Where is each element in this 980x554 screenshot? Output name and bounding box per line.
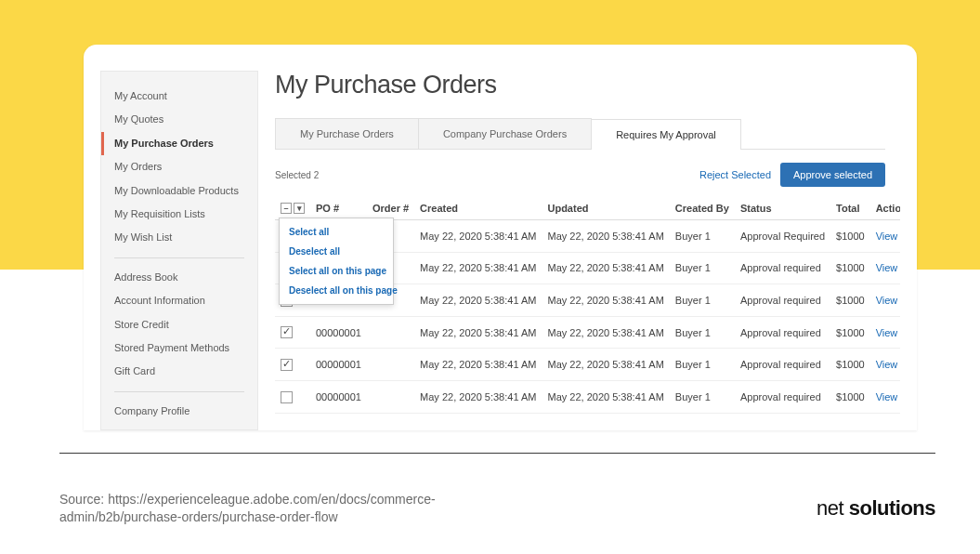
cell-created: May 22, 2020 5:38:41 AM [414,349,542,381]
row-checkbox[interactable] [281,391,293,403]
cell-updated: May 22, 2020 5:38:41 AM [542,284,669,317]
cell-total: $1000 [830,316,870,349]
cell-status: Approval required [735,252,830,284]
cell-status: Approval required [735,380,830,413]
cell-updated: May 22, 2020 5:38:41 AM [542,220,669,253]
source-text: Source: https://experienceleague.adobe.c… [59,491,487,526]
sidebar-item-my-wish-list[interactable]: My Wish List [101,226,257,249]
view-link[interactable]: View [876,327,898,338]
brand-part1: net [817,496,849,520]
sidebar-item-store-credit[interactable]: Store Credit [101,313,257,336]
chevron-down-icon: ▾ [294,203,305,214]
sidebar-item-company-profile[interactable]: Company Profile [101,400,257,423]
cell-po: 00000001 [310,380,367,413]
column-header: Created By [670,196,735,220]
sidebar-item-my-orders[interactable]: My Orders [101,155,257,178]
dropdown-item-select-all-on-this-page[interactable]: Select all on this page [280,261,393,281]
column-header: Updated [542,196,669,220]
select-dropdown: Select allDeselect allSelect all on this… [279,218,394,305]
view-link[interactable]: View [876,391,898,402]
orders-table: –▾Select allDeselect allSelect all on th… [275,196,900,414]
tab-my-purchase-orders[interactable]: My Purchase Orders [275,118,419,149]
cell-updated: May 22, 2020 5:38:41 AM [542,349,669,381]
cell-updated: May 22, 2020 5:38:41 AM [542,316,669,349]
cell-total: $1000 [830,252,870,284]
sidebar-item-my-purchase-orders[interactable]: My Purchase Orders [101,132,257,155]
selected-count: Selected 2 [275,170,319,180]
cell-status: Approval required [735,284,830,317]
sidebar-item-gift-card[interactable]: Gift Card [101,360,257,383]
row-checkbox[interactable] [281,359,293,371]
cell-po: 00000001 [310,316,367,349]
cell-total: $1000 [830,220,870,253]
sidebar-item-account-information[interactable]: Account Information [101,289,257,312]
cell-by: Buyer 1 [670,284,735,317]
dropdown-item-select-all[interactable]: Select all [280,222,393,242]
cell-by: Buyer 1 [670,252,735,284]
cell-by: Buyer 1 [670,349,735,381]
cell-total: $1000 [830,284,870,317]
view-link[interactable]: View [876,359,898,370]
cell-status: Approval Required [735,220,830,253]
page-title: My Purchase Orders [275,71,885,99]
cell-order [367,316,414,349]
table-row: 00000001May 22, 2020 5:38:41 AMMay 22, 2… [275,349,900,381]
cell-total: $1000 [830,380,870,413]
cell-status: Approval required [735,316,830,349]
tab-requires-my-approval[interactable]: Requires My Approval [591,119,741,150]
column-header: Order # [367,196,414,220]
cell-by: Buyer 1 [670,220,735,253]
cell-po: 00000001 [310,349,367,381]
cell-status: Approval required [735,349,830,381]
sidebar-divider [114,257,244,258]
column-header: Created [414,196,542,220]
cell-total: $1000 [830,349,870,381]
brand-part2: solutions [849,496,935,520]
main-content: My Purchase Orders My Purchase OrdersCom… [258,71,900,430]
toolbar: Selected 2 Reject Selected Approve selec… [275,150,885,196]
select-all-control[interactable]: –▾Select allDeselect allSelect all on th… [281,203,305,214]
sidebar-item-my-quotes[interactable]: My Quotes [101,108,257,131]
view-link[interactable]: View [876,295,898,306]
divider [59,453,935,454]
select-state-icon: – [281,203,292,214]
sidebar-item-stored-payment-methods[interactable]: Stored Payment Methods [101,336,257,360]
tab-company-purchase-orders[interactable]: Company Purchase Orders [418,118,592,149]
reject-selected-link[interactable]: Reject Selected [699,169,771,180]
column-header: –▾Select allDeselect allSelect all on th… [275,196,310,220]
cell-by: Buyer 1 [670,380,735,413]
view-link[interactable]: View [876,262,898,273]
dropdown-item-deselect-all-on-this-page[interactable]: Deselect all on this page [280,281,393,300]
sidebar: My AccountMy QuotesMy Purchase OrdersMy … [100,71,258,430]
cell-created: May 22, 2020 5:38:41 AM [414,252,542,284]
dropdown-item-deselect-all[interactable]: Deselect all [280,242,393,261]
column-header: Action [870,196,900,220]
cell-created: May 22, 2020 5:38:41 AM [414,284,542,317]
cell-created: May 22, 2020 5:38:41 AM [414,220,542,253]
sidebar-divider [114,391,244,392]
sidebar-item-address-book[interactable]: Address Book [101,266,257,289]
cell-created: May 22, 2020 5:38:41 AM [414,316,542,349]
column-header: Status [735,196,830,220]
view-link[interactable]: View [876,231,898,242]
brand-logo: net solutions [817,496,935,521]
column-header: PO # [310,196,367,220]
table-row: 00000001May 22, 2020 5:38:41 AMMay 22, 2… [275,316,900,349]
cell-by: Buyer 1 [670,316,735,349]
table-row: 00000001May 22, 2020 5:38:41 AMMay 22, 2… [275,380,900,413]
cell-updated: May 22, 2020 5:38:41 AM [542,252,669,284]
cell-created: May 22, 2020 5:38:41 AM [414,380,542,413]
sidebar-item-my-requisition-lists[interactable]: My Requisition Lists [101,203,257,226]
sidebar-item-company-structure[interactable]: Company Structure [101,423,257,430]
tabs: My Purchase OrdersCompany Purchase Order… [275,118,885,150]
column-header: Total [830,196,870,220]
cell-order [367,349,414,381]
row-checkbox[interactable] [281,326,293,338]
app-window: My AccountMy QuotesMy Purchase OrdersMy … [84,45,917,430]
approve-selected-button[interactable]: Approve selected [780,163,885,187]
cell-order [367,380,414,413]
sidebar-item-my-downloadable-products[interactable]: My Downloadable Products [101,179,257,203]
cell-updated: May 22, 2020 5:38:41 AM [542,380,669,413]
sidebar-item-my-account[interactable]: My Account [101,85,257,108]
